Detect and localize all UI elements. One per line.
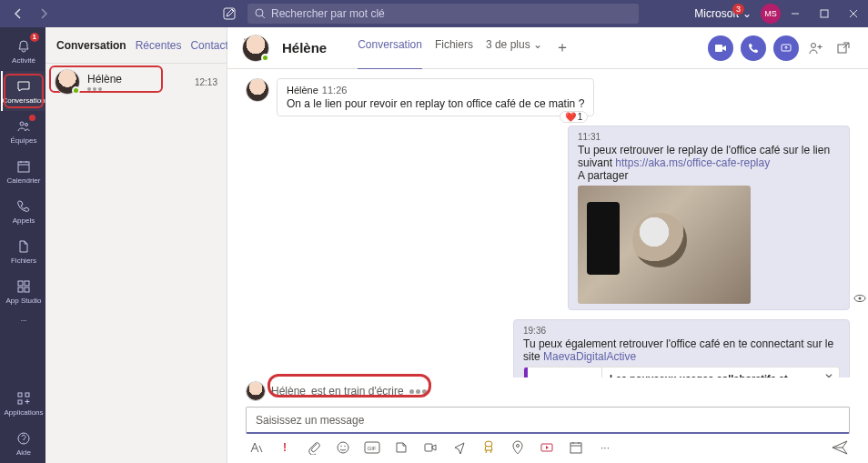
chat-header-avatar[interactable] — [242, 35, 269, 62]
chat-list-item[interactable]: Hélène 12:13 — [45, 64, 227, 100]
message-bubble[interactable]: 11:31 Tu peux retrouver le replay de l'o… — [568, 126, 850, 310]
typing-indicator-icon — [87, 87, 195, 91]
meet-now-icon[interactable] — [422, 439, 439, 456]
chat-header: Hélène Conversation Fichiers 3 de plus ⌄… — [227, 27, 868, 69]
share-icon[interactable] — [451, 439, 468, 456]
rail-activity[interactable]: Activité 1 — [1, 31, 45, 71]
window-maximize-button[interactable] — [810, 0, 839, 27]
card-close-button[interactable]: ✕ — [824, 371, 833, 377]
svg-rect-27 — [425, 444, 432, 451]
tab-conversation[interactable]: Conversation — [358, 25, 422, 70]
message-bubble[interactable]: 19:36 Tu peux également retrouver l'offi… — [513, 319, 850, 377]
rail-chat[interactable]: Conversation — [1, 71, 45, 111]
calendar-icon — [15, 158, 32, 175]
video-call-button[interactable] — [708, 35, 733, 61]
message-link[interactable]: MaevaDigitalActive — [543, 350, 636, 363]
image-attachment[interactable] — [578, 186, 751, 304]
gif-icon[interactable]: GIF — [364, 439, 380, 456]
svg-rect-2 — [821, 10, 828, 17]
screen-share-button[interactable] — [773, 35, 799, 61]
svg-point-4 — [25, 123, 28, 126]
new-chat-icon[interactable] — [218, 3, 240, 25]
typing-name: Hélène — [271, 385, 306, 398]
rail-teams-label: Équipes — [11, 136, 37, 145]
reaction-badge[interactable]: ❤️1 — [560, 111, 589, 123]
link-preview-card[interactable]: ae DIGITAL A Les nouveaux usages collabo… — [523, 367, 840, 377]
message-time: 19:36 — [523, 326, 840, 336]
schedule-icon[interactable] — [568, 439, 584, 456]
message-author: Hélène — [287, 85, 318, 96]
stream-icon[interactable] — [539, 439, 555, 456]
chat-title: Hélène — [282, 40, 327, 55]
tab-recent[interactable]: Récentes — [136, 39, 182, 52]
reaction-count: 1 — [578, 112, 583, 122]
chat-list-pane: Conversation Récentes Contacts Hélène 12… — [45, 27, 227, 463]
rail-calendar[interactable]: Calendrier — [1, 151, 45, 191]
chat-pane: Hélène Conversation Fichiers 3 de plus ⌄… — [227, 27, 868, 463]
sticker-icon[interactable] — [393, 439, 409, 456]
rail-files-label: Fichiers — [11, 257, 36, 265]
message-body: Tu peux également retrouver l'office caf… — [523, 337, 840, 363]
svg-point-23 — [340, 446, 341, 447]
location-icon[interactable] — [510, 439, 526, 456]
svg-text:GIF: GIF — [368, 446, 377, 451]
tab-more[interactable]: 3 de plus ⌄ — [486, 25, 542, 70]
tab-files[interactable]: Fichiers — [435, 25, 473, 70]
nav-forward-button[interactable] — [33, 3, 55, 25]
add-people-button[interactable] — [806, 38, 826, 58]
avatar-initials: MS — [764, 9, 777, 18]
rail-calls[interactable]: Appels — [1, 191, 45, 231]
compose-placeholder: Saisissez un message — [256, 414, 364, 427]
window-close-button[interactable] — [839, 0, 868, 27]
message-time: 11:26 — [322, 85, 348, 96]
window-minimize-button[interactable] — [781, 0, 810, 27]
pop-out-button[interactable] — [833, 38, 853, 58]
nav-back-button[interactable] — [7, 3, 29, 25]
emoji-icon[interactable] — [335, 439, 351, 456]
svg-rect-10 — [18, 393, 22, 397]
search-placeholder: Rechercher par mot clé — [271, 7, 385, 20]
message-link[interactable]: https://aka.ms/office-cafe-replay — [615, 156, 770, 169]
rail-appstudio[interactable]: App Studio — [1, 271, 45, 311]
rail-help[interactable]: Aide — [1, 423, 45, 463]
svg-rect-31 — [570, 443, 581, 453]
message-body: Tu peux retrouver le replay de l'office … — [578, 144, 840, 182]
left-rail: Activité 1 Conversation Équipes Calendri… — [0, 27, 45, 463]
rail-teams[interactable]: Équipes — [1, 111, 45, 151]
attachment-icon[interactable] — [306, 439, 322, 456]
svg-point-19 — [859, 297, 862, 300]
apps-icon — [15, 390, 32, 407]
format-icon[interactable] — [247, 439, 264, 456]
chatlist-title: Conversation — [56, 39, 126, 52]
message-bubble[interactable]: Hélène11:26 On a le lien pour revoir en … — [277, 78, 594, 116]
more-icon[interactable]: ··· — [597, 439, 613, 456]
profile-avatar[interactable]: MS — [761, 4, 781, 24]
praise-icon[interactable] — [480, 439, 497, 456]
tab-more-label: 3 de plus — [486, 38, 530, 51]
search-icon — [255, 8, 266, 19]
compose-input[interactable]: Saisissez un message — [246, 407, 850, 434]
rail-apps[interactable]: Applications — [1, 383, 45, 423]
grid-icon — [15, 278, 32, 295]
rail-more[interactable]: ··· — [1, 311, 45, 329]
typing-avatar — [246, 381, 266, 401]
titlebar: Rechercher par mot clé Microsoft 3 ⌄ MS — [0, 0, 868, 27]
typing-indicator-row: Hélène est en train d'écrire — [227, 377, 868, 403]
svg-rect-7 — [25, 281, 29, 286]
file-icon — [15, 238, 32, 255]
send-button[interactable] — [832, 439, 848, 456]
contact-name: Hélène — [87, 73, 195, 86]
priority-icon[interactable]: ! — [277, 439, 293, 456]
tenant-switcher[interactable]: Microsoft 3 ⌄ — [694, 7, 752, 20]
rail-files[interactable]: Fichiers — [1, 231, 45, 271]
add-tab-button[interactable]: ＋ — [555, 25, 570, 70]
rail-appstudio-label: App Studio — [5, 297, 41, 305]
presence-available-icon — [72, 86, 80, 95]
rail-activity-label: Activité — [12, 56, 35, 65]
audio-call-button[interactable] — [741, 35, 766, 61]
heart-icon: ❤️ — [565, 112, 576, 122]
typing-dots-icon — [409, 389, 427, 394]
chat-time: 12:13 — [195, 77, 217, 87]
svg-point-1 — [256, 9, 263, 16]
search-input[interactable]: Rechercher par mot clé — [247, 4, 639, 24]
